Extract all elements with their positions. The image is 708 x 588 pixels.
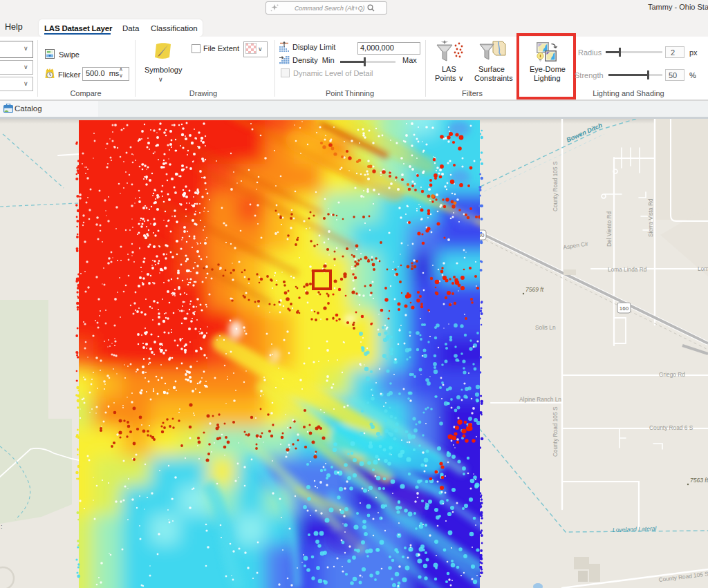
svg-text:Alpine Ranch Ln: Alpine Ranch Ln	[519, 396, 561, 403]
svg-text:Griego Rd: Griego Rd	[659, 371, 685, 378]
svg-text:County Road 6 S: County Road 6 S	[649, 424, 693, 431]
svg-text:County Road 105 S: County Road 105 S	[552, 161, 559, 211]
svg-text:7563 ft: 7563 ft	[690, 477, 708, 484]
svg-text::: :	[1, 523, 3, 530]
svg-text:Loma Linda Rd: Loma Linda Rd	[608, 266, 647, 273]
svg-text:Lom: Lom	[698, 265, 708, 272]
svg-text:Sierra Vista Rd: Sierra Vista Rd	[647, 198, 654, 237]
svg-text:Solis Ln: Solis Ln	[535, 324, 556, 331]
svg-text:7569 ft: 7569 ft	[525, 286, 544, 293]
svg-text:Del Viento Rd: Del Viento Rd	[606, 211, 613, 247]
svg-text:County Road 105 S: County Road 105 S	[552, 406, 559, 457]
svg-text:160: 160	[620, 305, 629, 312]
